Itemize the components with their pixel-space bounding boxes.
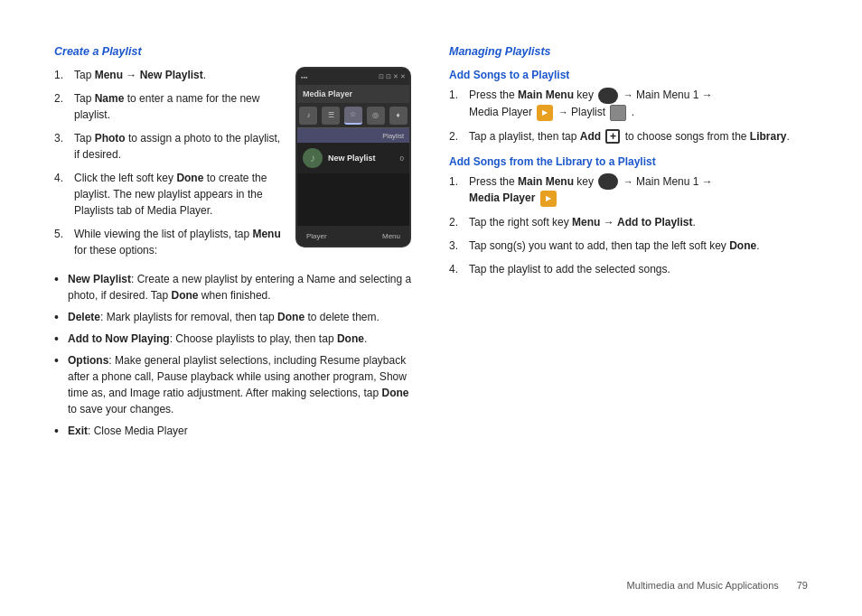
list-item: • Options: Make general playlist selecti…: [54, 352, 413, 417]
left-column: Create a Playlist ▪▪▪ ⊡ ⊡ ✕ ✕: [54, 45, 413, 580]
media-player-icon-1: [537, 105, 553, 121]
right-column: Managing Playlists Add Songs to a Playli…: [449, 45, 808, 580]
phone-new-playlist-text: New Playlist: [328, 154, 376, 163]
list-item: 1. Press the Main Menu key → Main Menu 1…: [449, 173, 808, 208]
phone-icons: ⊡ ⊡ ✕ ✕: [379, 73, 406, 80]
phone-mockup: ▪▪▪ ⊡ ⊡ ✕ ✕ Media Player ♪ ☰ ☆: [295, 67, 411, 247]
playlist-icon: [610, 105, 626, 121]
subsection-title-1: Add Songs to a Playlist: [449, 69, 808, 81]
phone-bottom-bar: Player Menu: [297, 226, 409, 246]
right-list-2: 1. Press the Main Menu key → Main Menu 1…: [449, 173, 808, 278]
list-item: • New Playlist: Create a new playlist by…: [54, 271, 413, 303]
list-item: 4. Click the left soft key Done to creat…: [54, 170, 283, 219]
phone-tab-1: ♪: [299, 107, 317, 125]
phone-signal: ▪▪▪: [301, 74, 307, 80]
list-item: 2. Tap a playlist, then tap Add + to cho…: [449, 128, 808, 145]
phone-tab-5: ♦: [389, 107, 408, 125]
left-steps-area: ▪▪▪ ⊡ ⊡ ✕ ✕ Media Player ♪ ☰ ☆: [54, 67, 413, 266]
phone-music-icon: ♪: [303, 148, 323, 168]
phone-title: Media Player: [303, 89, 352, 98]
list-item: 5. While viewing the list of playlists, …: [54, 226, 283, 258]
footer-label: Multimedia and Music Applications: [627, 580, 779, 591]
phone-new-playlist-row: ♪ New Playlist 0: [297, 143, 409, 173]
phone-status-bar: ▪▪▪ ⊡ ⊡ ✕ ✕: [297, 69, 409, 85]
list-item: 2. Tap the right soft key Menu → Add to …: [449, 214, 808, 230]
right-list-1: 1. Press the Main Menu key → Main Menu 1…: [449, 87, 808, 145]
phone-title-bar: Media Player: [297, 85, 409, 103]
list-item: 2. Tap Name to enter a name for the new …: [54, 90, 283, 123]
phone-bottom-left: Player: [306, 232, 327, 240]
footer: Multimedia and Music Applications 79: [627, 580, 808, 591]
phone-mockup-container: ▪▪▪ ⊡ ⊡ ✕ ✕ Media Player ♪ ☰ ☆: [295, 67, 413, 247]
menu-key-icon: [598, 88, 618, 104]
list-item: 3. Tap Photo to assign a photo to the pl…: [54, 130, 283, 163]
menu-key-icon-2: [598, 173, 618, 190]
left-section-title: Create a Playlist: [54, 45, 413, 58]
phone-count: 0: [400, 154, 404, 163]
list-item: • Exit: Close Media Player: [54, 423, 413, 439]
media-player-icon-2: [540, 191, 557, 207]
list-item: 1. Tap Menu → New Playlist.: [54, 67, 283, 83]
list-item: • Add to Now Playing: Choose playlists t…: [54, 331, 413, 347]
phone-playlist-label: Playlist: [297, 128, 409, 143]
list-item: • Delete: Mark playlists for removal, th…: [54, 309, 413, 325]
phone-bottom-right: Menu: [382, 232, 400, 240]
page-content: Create a Playlist ▪▪▪ ⊡ ⊡ ✕ ✕: [0, 0, 862, 616]
subsection-title-2: Add Songs from the Library to a Playlist: [449, 155, 808, 168]
list-item: 3. Tap song(s) you want to add, then tap…: [449, 238, 808, 254]
list-item: 4. Tap the playlist to add the selected …: [449, 261, 808, 277]
phone-tab-bar: ♪ ☰ ☆ ◎ ♦: [297, 103, 409, 128]
right-section-title: Managing Playlists: [449, 45, 808, 58]
add-icon: +: [605, 129, 620, 144]
phone-tab-3: ☆: [344, 107, 362, 125]
bullet-list: • New Playlist: Create a new playlist by…: [54, 271, 413, 440]
list-item: 1. Press the Main Menu key → Main Menu 1…: [449, 87, 808, 121]
phone-tab-2: ☰: [322, 107, 340, 125]
footer-page: 79: [797, 580, 808, 591]
phone-tab-4: ◎: [367, 107, 385, 125]
